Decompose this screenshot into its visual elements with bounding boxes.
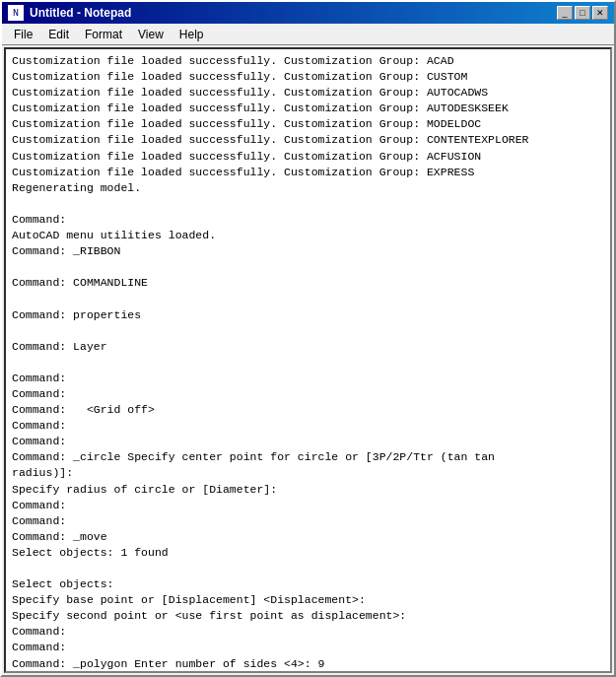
notepad-window: N Untitled - Notepad _ □ ✕ File Edit For… [0, 0, 616, 677]
menu-help[interactable]: Help [171, 26, 212, 43]
close-button[interactable]: ✕ [592, 6, 608, 20]
menu-edit[interactable]: Edit [40, 26, 77, 43]
title-bar: N Untitled - Notepad _ □ ✕ [2, 2, 614, 24]
text-content: Customization file loaded successfully. … [12, 53, 604, 673]
text-content-area[interactable]: Customization file loaded successfully. … [4, 47, 612, 673]
menu-view[interactable]: View [130, 26, 171, 43]
maximize-button[interactable]: □ [575, 6, 590, 20]
menu-bar: File Edit Format View Help [2, 24, 614, 45]
title-bar-left: N Untitled - Notepad [8, 5, 131, 21]
minimize-button[interactable]: _ [557, 6, 573, 20]
window-controls: _ □ ✕ [557, 6, 608, 20]
window-title: Untitled - Notepad [30, 6, 131, 20]
menu-file[interactable]: File [6, 26, 40, 43]
app-icon: N [8, 5, 24, 21]
menu-format[interactable]: Format [77, 26, 130, 43]
